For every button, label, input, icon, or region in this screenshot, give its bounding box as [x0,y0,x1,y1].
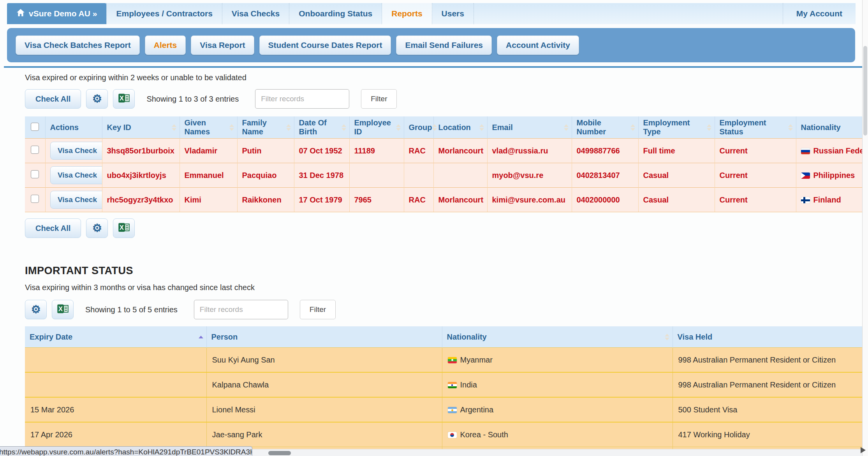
tab-employees-contractors[interactable]: Employees / Contractors [106,3,222,24]
sort-icon[interactable] [172,124,176,131]
subnav-visa-check-batches-report[interactable]: Visa Check Batches Report [16,35,140,55]
table-row: 17 Apr 2026 Jae-sang Park Korea - South … [25,422,863,447]
cell-person: Lionel Messi [206,397,442,422]
cell-expiry-date: 15 Mar 2026 [25,397,206,422]
my-account-tab[interactable]: My Account [783,3,856,24]
link-status-tooltip: https://webapp.vsure.com.au/alerts?hash=… [0,446,252,456]
sort-icon[interactable] [564,124,569,131]
cell-group: RAC [404,139,433,163]
important-status-section: IMPORTANT STATUS Visa expiring within 3 … [25,265,863,456]
settings-button-important[interactable]: ⚙ [25,300,47,319]
horizontal-scrollbar-thumb[interactable] [268,451,291,455]
visa-check-button[interactable]: Visa Check [50,166,102,184]
vertical-scrollbar-thumb[interactable] [863,46,867,136]
sort-icon[interactable] [665,334,669,340]
nav-spacer [474,3,783,24]
important-description: Visa expiring within 3 months or visa ha… [25,283,863,292]
cell-email: vlad@russia.ru [487,139,572,163]
cell-location [433,163,487,188]
showing-entries-text: Showing 1 to 5 of 5 entries [85,305,178,314]
gear-icon: ⚙ [31,304,40,315]
cell-employment-type: Casual [638,188,715,212]
cell-person: Kalpana Chawla [206,372,442,397]
settings-button-bottom[interactable]: ⚙ [86,218,108,238]
cell-group [404,163,433,188]
cell-nationality: Korea - South [442,422,673,447]
row-checkbox[interactable] [31,195,39,203]
table-row: Visa Check 3hsq85or1burboix Vladamir Put… [25,139,868,163]
cell-nationality: Argentina [442,397,673,422]
filter-records-input[interactable] [255,89,349,109]
cell-mobile-number: 0499887766 [572,139,638,163]
cell-person: Suu Kyi Aung San [206,348,442,373]
cell-date-of-birth: 07 Oct 1952 [294,139,349,163]
svg-text:X: X [120,95,124,102]
sort-icon[interactable] [286,124,291,131]
table-row: Visa Check rhc5ogyzr3y4tkxo Kimi Raikkon… [25,188,868,212]
subnav-student-course-dates-report[interactable]: Student Course Dates Report [259,35,391,55]
visa-check-button[interactable]: Visa Check [50,142,102,160]
sort-icon[interactable] [707,124,711,131]
check-all-button[interactable]: Check All [25,89,81,109]
sort-icon[interactable] [342,124,346,131]
nationality-flag-icon [448,382,457,388]
sort-icon[interactable] [432,124,437,131]
cell-date-of-birth: 31 Dec 1978 [294,163,349,188]
panel-divider [4,66,863,68]
urgent-table-header-row: Actions Key ID Given Names Family Name D… [25,116,868,139]
cell-expiry-date [25,372,206,397]
select-all-checkbox[interactable] [31,123,39,131]
visa-check-button[interactable]: Visa Check [50,191,102,209]
cell-family-name: Putin [237,139,294,163]
settings-button[interactable]: ⚙ [86,89,108,109]
cell-visa-held: 998 Australian Permanent Resident or Cit… [673,372,863,397]
cell-email: kimi@vsure.com.au [487,188,572,212]
table-row: Suu Kyi Aung San Myanmar 998 Australian … [25,348,863,373]
tab-users[interactable]: Users [432,3,474,24]
filter-records-input-important[interactable] [194,300,288,319]
nationality-flag-icon [801,173,810,179]
subnav-account-activity[interactable]: Account Activity [497,35,579,55]
sort-icon[interactable] [479,124,484,131]
subnav-visa-report[interactable]: Visa Report [191,35,254,55]
home-icon [16,9,25,19]
subnav-alerts[interactable]: Alerts [145,35,186,55]
tab-onboarding-status[interactable]: Onboarding Status [289,3,382,24]
sort-ascending-icon[interactable] [199,336,203,338]
sort-icon[interactable] [229,124,234,131]
sort-icon[interactable] [630,124,635,131]
subnav-email-send-failures[interactable]: Email Send Failures [396,35,492,55]
cell-family-name: Pacquiao [237,163,294,188]
filter-button-important[interactable]: Filter [300,300,336,319]
cell-visa-held: 417 Working Holiday [673,422,863,447]
cell-key-id: ubo4xj3ikrtloyjs [102,163,180,188]
cell-employee-id: 11189 [349,139,404,163]
important-table-header-row: Expiry Date Person Nationality Visa Held [25,326,863,348]
filter-button[interactable]: Filter [361,89,397,109]
cell-employment-status: Current [715,163,796,188]
cell-employee-id: 7965 [349,188,404,212]
cell-mobile-number: 0402000000 [572,188,638,212]
export-excel-button-bottom[interactable]: X [113,218,135,238]
cell-location: Morlancourt [433,188,487,212]
cell-visa-held: 998 Australian Permanent Resident or Cit… [673,348,863,373]
row-checkbox[interactable] [31,146,39,154]
tab-reports[interactable]: Reports [382,3,432,24]
cell-employment-type: Casual [638,163,715,188]
row-checkbox[interactable] [31,170,39,178]
check-all-button-bottom[interactable]: Check All [25,218,81,238]
cell-nationality: Russian Federation [796,139,868,163]
export-excel-button-important[interactable]: X [52,300,74,319]
cell-key-id: rhc5ogyzr3y4tkxo [102,188,180,212]
sort-icon[interactable] [396,124,401,131]
urgent-description: Visa expired or expiring within 2 weeks … [25,73,868,82]
cell-employment-status: Current [715,188,796,212]
nav-home-tab[interactable]: vSure Demo AU » [7,3,106,24]
export-excel-button[interactable]: X [113,89,135,109]
excel-icon: X [118,92,130,106]
sort-icon[interactable] [788,124,793,131]
tab-visa-checks[interactable]: Visa Checks [222,3,289,24]
vertical-scrollbar[interactable] [862,0,868,456]
nationality-flag-icon [448,407,457,413]
showing-entries-text: Showing 1 to 3 of 3 entries [146,95,239,104]
